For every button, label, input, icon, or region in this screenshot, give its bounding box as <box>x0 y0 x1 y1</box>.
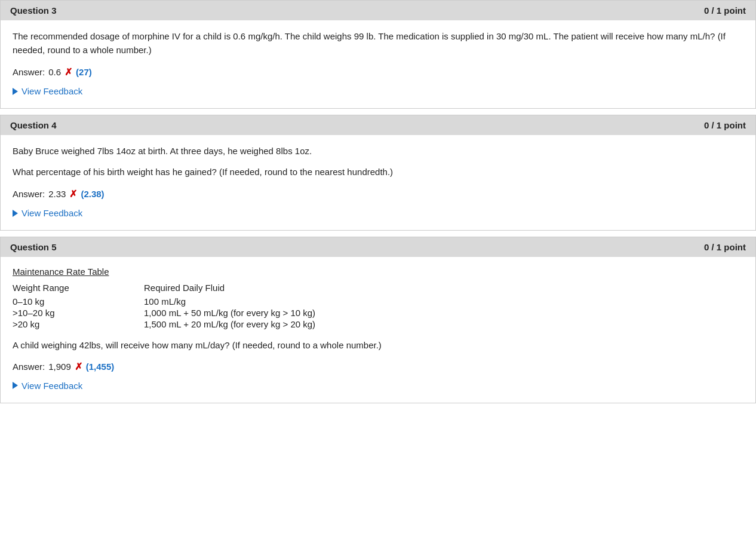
answer-given-5: 1,909 <box>48 362 71 372</box>
table-row-3-col2: 1,500 mL + 20 mL/kg (for every kg > 20 k… <box>144 319 743 329</box>
question-score-4: 0 / 1 point <box>704 120 746 130</box>
question-header-3: Question 3 0 / 1 point <box>1 1 755 20</box>
answer-label-5: Answer: <box>13 362 45 372</box>
question-label-5: Question 5 <box>10 242 57 252</box>
incorrect-mark-3: ✗ <box>64 66 72 78</box>
table-row-3-col1: >20 kg <box>13 319 144 329</box>
table-col1-header: Weight Range <box>13 283 144 293</box>
question-score-3: 0 / 1 point <box>704 5 746 16</box>
maintenance-table: Maintenance Rate Table Weight Range Requ… <box>13 266 743 329</box>
chevron-right-icon-4 <box>13 210 18 217</box>
table-row-1-col1: 0–10 kg <box>13 296 144 307</box>
view-feedback-row-3[interactable]: View Feedback <box>13 86 743 99</box>
question-body-4: Baby Bruce weighed 7lbs 14oz at birth. A… <box>1 135 755 230</box>
question-text-4-line2: What percentage of his birth weight has … <box>13 166 743 179</box>
chevron-right-icon-5 <box>13 382 18 389</box>
question-block-3: Question 3 0 / 1 point The recommended d… <box>0 0 756 109</box>
question-label-3: Question 3 <box>10 5 57 16</box>
question-block-4: Question 4 0 / 1 point Baby Bruce weighe… <box>0 115 756 231</box>
question-header-5: Question 5 0 / 1 point <box>1 237 755 257</box>
answer-row-3: Answer: 0.6 ✗ (27) <box>13 66 743 78</box>
table-row-2-col2: 1,000 mL + 50 mL/kg (for every kg > 10 k… <box>144 308 743 318</box>
chevron-right-icon-3 <box>13 88 18 95</box>
question-text-4a: Baby Bruce weighed 7lbs 14oz at birth. A… <box>13 145 743 179</box>
correct-answer-5: (1,455) <box>86 362 115 372</box>
view-feedback-row-4[interactable]: View Feedback <box>13 208 743 220</box>
questions-container: Question 3 0 / 1 point The recommended d… <box>0 0 756 403</box>
table-row-1-col2: 100 mL/kg <box>144 296 743 307</box>
maintenance-table-title: Maintenance Rate Table <box>13 266 743 277</box>
question-score-5: 0 / 1 point <box>704 242 746 252</box>
incorrect-mark-4: ✗ <box>69 188 77 200</box>
view-feedback-link-5[interactable]: View Feedback <box>21 381 82 391</box>
view-feedback-link-3[interactable]: View Feedback <box>21 86 82 96</box>
maintenance-table-grid: Weight Range Required Daily Fluid 0–10 k… <box>13 283 743 329</box>
correct-answer-4: (2.38) <box>81 189 104 199</box>
view-feedback-row-5[interactable]: View Feedback <box>13 381 743 393</box>
answer-label-3: Answer: <box>13 67 45 77</box>
answer-row-5: Answer: 1,909 ✗ (1,455) <box>13 361 743 372</box>
question-text-4-line1: Baby Bruce weighed 7lbs 14oz at birth. A… <box>13 145 743 158</box>
view-feedback-link-4[interactable]: View Feedback <box>21 208 82 218</box>
question-header-4: Question 4 0 / 1 point <box>1 115 755 135</box>
question-text-5: A child weighing 42lbs, will receive how… <box>13 339 743 353</box>
answer-given-3: 0.6 <box>48 67 61 77</box>
correct-answer-3: (27) <box>76 67 92 77</box>
question-body-3: The recommended dosage of morphine IV fo… <box>1 20 755 108</box>
question-block-5: Question 5 0 / 1 point Maintenance Rate … <box>0 237 756 403</box>
question-body-5: Maintenance Rate Table Weight Range Requ… <box>1 257 755 403</box>
answer-label-4: Answer: <box>13 189 45 199</box>
question-text-3: The recommended dosage of morphine IV fo… <box>13 30 743 57</box>
table-col2-header: Required Daily Fluid <box>144 283 743 293</box>
answer-given-4: 2.33 <box>48 189 66 199</box>
question-label-4: Question 4 <box>10 120 57 130</box>
answer-row-4: Answer: 2.33 ✗ (2.38) <box>13 188 743 200</box>
incorrect-mark-5: ✗ <box>75 361 82 372</box>
table-row-2-col1: >10–20 kg <box>13 308 144 318</box>
